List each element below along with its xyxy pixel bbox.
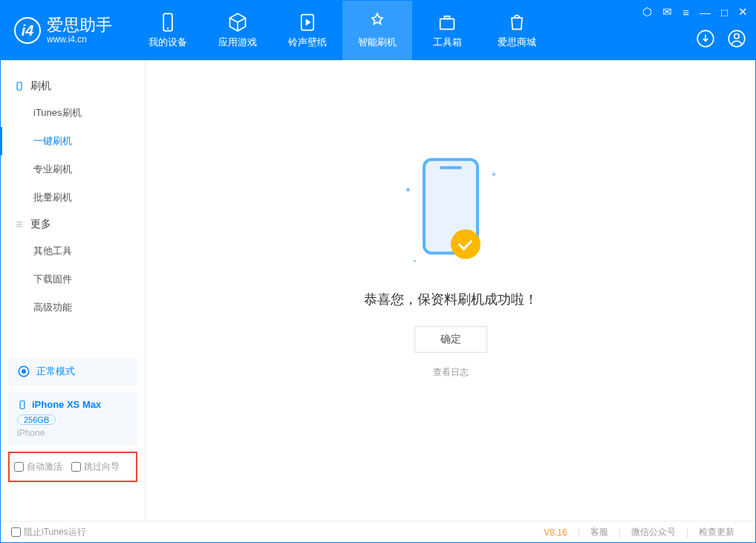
svg-rect-14	[20, 400, 25, 409]
tab-toolbox[interactable]: 工具箱	[412, 1, 482, 60]
sidebar: 刷机 iTunes刷机 一键刷机 专业刷机 批量刷机 更多 其他工具 下载固件 …	[1, 60, 146, 521]
header-right	[696, 29, 746, 48]
header: i4 爱思助手 www.i4.cn 我的设备 应用游戏 铃声壁纸 智能刷机 工具…	[1, 1, 755, 60]
view-log-link[interactable]: 查看日志	[364, 366, 538, 379]
svg-point-7	[734, 34, 740, 39]
sidebar-item-itunes-flash[interactable]: iTunes刷机	[1, 99, 145, 127]
mode-label: 正常模式	[36, 365, 75, 378]
logo-icon: i4	[14, 17, 41, 44]
sidebar-group-more: 更多	[1, 212, 145, 237]
svg-rect-8	[17, 82, 22, 91]
tab-ringtone-wallpaper[interactable]: 铃声壁纸	[273, 1, 342, 60]
footer: 阻止iTunes运行 V8.16 | 客服 | 微信公众号 | 检查更新	[1, 521, 755, 543]
window-controls: ⬡ ✉ ≡ — □ ✕	[642, 5, 748, 19]
feedback-icon[interactable]: ✉	[662, 5, 672, 19]
tshirt-icon[interactable]: ⬡	[642, 5, 652, 19]
svg-point-13	[22, 370, 26, 374]
svg-point-1	[167, 27, 169, 29]
tab-my-device[interactable]: 我的设备	[133, 1, 203, 60]
footer-service[interactable]: 客服	[590, 526, 608, 539]
minimize-button[interactable]: —	[700, 6, 711, 19]
tab-apps-games[interactable]: 应用游戏	[203, 1, 273, 60]
success-message: 恭喜您，保资料刷机成功啦！	[364, 290, 538, 308]
footer-wechat[interactable]: 微信公众号	[631, 526, 676, 539]
checkbox-skip-guide[interactable]: 跳过向导	[71, 461, 120, 473]
sidebar-item-other-tools[interactable]: 其他工具	[1, 237, 145, 265]
svg-rect-3	[440, 19, 454, 29]
device-type: iPhone	[17, 428, 128, 438]
device-name: iPhone XS Max	[32, 399, 101, 410]
main-tabs: 我的设备 应用游戏 铃声壁纸 智能刷机 工具箱 爱思商城	[133, 1, 552, 60]
brand-site: www.i4.cn	[47, 34, 112, 45]
check-badge-icon	[451, 230, 480, 259]
device-box[interactable]: iPhone XS Max 256GB iPhone	[8, 391, 137, 446]
logo: i4 爱思助手 www.i4.cn	[1, 1, 126, 60]
sidebar-group-flash: 刷机	[1, 74, 145, 99]
sidebar-item-batch-flash[interactable]: 批量刷机	[1, 183, 145, 212]
version-label: V8.16	[544, 527, 567, 538]
sidebar-item-advanced[interactable]: 高级功能	[1, 293, 145, 322]
success-illustration	[406, 158, 495, 270]
sidebar-item-oneclick-flash[interactable]: 一键刷机	[1, 127, 145, 155]
sidebar-item-download-firmware[interactable]: 下载固件	[1, 265, 145, 293]
checkbox-auto-activate[interactable]: 自动激活	[14, 461, 62, 473]
main-content: 恭喜您，保资料刷机成功啦！ 确定 查看日志	[146, 60, 755, 521]
footer-update[interactable]: 检查更新	[699, 526, 734, 539]
maximize-button[interactable]: □	[721, 6, 728, 19]
mode-box[interactable]: 正常模式	[8, 357, 137, 386]
sidebar-item-pro-flash[interactable]: 专业刷机	[1, 155, 145, 183]
ok-button[interactable]: 确定	[414, 326, 487, 353]
close-button[interactable]: ✕	[738, 5, 748, 19]
brand-name: 爱思助手	[47, 16, 112, 34]
svg-rect-4	[445, 16, 450, 19]
checkbox-block-itunes[interactable]: 阻止iTunes运行	[11, 526, 86, 539]
user-icon[interactable]	[727, 29, 746, 48]
device-capacity: 256GB	[17, 414, 56, 425]
download-icon[interactable]	[696, 29, 715, 48]
options-box: 自动激活 跳过向导	[8, 452, 137, 482]
menu-icon[interactable]: ≡	[682, 6, 689, 19]
tab-smart-flash[interactable]: 智能刷机	[342, 1, 412, 60]
tab-store[interactable]: 爱思商城	[482, 1, 552, 60]
